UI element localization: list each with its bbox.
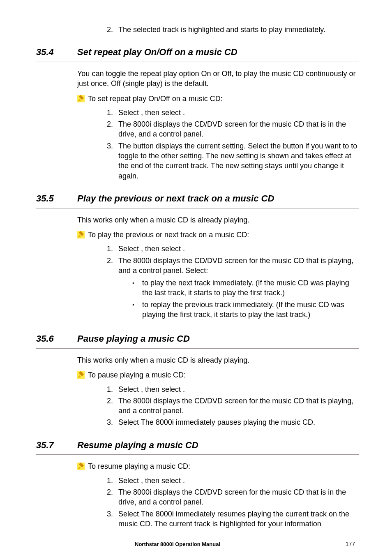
step-text: Select The 8000i immediately resumes pla… [118,509,359,529]
bullet-icon: ▪ [132,300,142,320]
list-item: 3.Select The 8000i immediately pauses pl… [107,417,359,427]
task-text: To pause playing a music CD: [88,370,186,380]
section-heading-35-6: 35.6 Pause playing a music CD [36,333,359,345]
step-number: 2. [107,256,118,322]
step-text-content: The 8000i displays the CD/DVD screen for… [118,257,353,275]
step-number: 1. [107,108,118,118]
list-item: ▪ to replay the previous track immediate… [132,300,359,320]
sub-bullet-list: ▪ to play the next track immediately. (I… [118,278,359,319]
section-title: Set repeat play On/Off on a music CD [77,46,238,58]
footer-page-number: 177 [346,540,355,548]
section-divider [36,348,359,349]
step-number: 1. [107,476,118,486]
intro-step-list: 2. The selected track is highlighted and… [107,25,359,35]
section-title: Play the previous or next track on a mus… [77,192,274,205]
pencil-icon [77,371,85,379]
task-text: To resume playing a music CD: [88,461,190,471]
step-number: 2. [107,119,118,139]
pencil-icon [77,95,85,102]
section-title: Resume playing a music CD [77,439,198,451]
step-text: The 8000i displays the CD/DVD screen for… [118,396,359,416]
list-item: 3.The button displays the current settin… [107,141,359,181]
task-row: To play the previous or next track on a … [77,230,359,240]
step-number: 1. [107,244,118,254]
task-text: To play the previous or next track on a … [88,230,249,240]
step-text: Select , then select . [118,476,359,486]
section-heading-35-4: 35.4 Set repeat play On/Off on a music C… [36,46,359,58]
bullet-text: to play the next track immediately. (If … [142,278,359,298]
step-number: 1. [107,384,118,394]
step-text: The button displays the current setting.… [118,141,359,181]
list-item: 1.Select , then select . [107,108,359,118]
section-divider [36,208,359,208]
step-text: Select , then select . [118,384,359,394]
list-item: 2.The 8000i displays the CD/DVD screen f… [107,119,359,139]
section-divider [36,454,359,455]
pencil-icon [77,231,85,238]
step-number: 3. [107,141,118,181]
section-intro: This works only when a music CD is alrea… [77,215,359,225]
section-number: 35.5 [36,192,77,205]
step-number: 3. [107,417,118,427]
page-footer: Northstar 8000i Operation Manual 177 [36,540,359,548]
section-355-steps: 1.Select , then select . 2. The 8000i di… [107,244,359,321]
section-intro: You can toggle the repeat play option On… [77,69,359,89]
task-row: To set repeat play On/Off on a music CD: [77,94,359,104]
list-item: 1.Select , then select . [107,476,359,486]
section-number: 35.6 [36,333,77,345]
list-item: 2. The selected track is highlighted and… [107,25,359,35]
footer-title: Northstar 8000i Operation Manual [135,541,220,548]
step-text: The selected track is highlighted and st… [118,25,359,35]
list-item: 2. The 8000i displays the CD/DVD screen … [107,256,359,322]
step-text: The 8000i displays the CD/DVD screen for… [118,487,359,507]
list-item: 2.The 8000i displays the CD/DVD screen f… [107,487,359,507]
bullet-text: to replay the previous track immediately… [142,300,359,320]
step-number: 2. [107,25,118,35]
step-text: The 8000i displays the CD/DVD screen for… [118,119,359,139]
step-text: Select , then select . [118,108,359,118]
list-item: 1.Select , then select . [107,384,359,394]
section-354-steps: 1.Select , then select . 2.The 8000i dis… [107,108,359,181]
step-text: Select , then select . [118,244,359,254]
step-text: The 8000i displays the CD/DVD screen for… [118,256,359,322]
section-number: 35.4 [36,46,77,58]
step-number: 2. [107,487,118,507]
section-357-steps: 1.Select , then select . 2.The 8000i dis… [107,476,359,529]
task-row: To resume playing a music CD: [77,461,359,471]
list-item: 2.The 8000i displays the CD/DVD screen f… [107,396,359,416]
section-title: Pause playing a music CD [77,333,190,345]
step-number: 3. [107,509,118,529]
step-number: 2. [107,396,118,416]
pencil-icon [77,463,85,470]
list-item: ▪ to play the next track immediately. (I… [132,278,359,298]
section-number: 35.7 [36,439,77,451]
section-heading-35-5: 35.5 Play the previous or next track on … [36,192,359,205]
section-intro: This works only when a music CD is alrea… [77,355,359,365]
step-text: Select The 8000i immediately pauses play… [118,417,359,427]
bullet-icon: ▪ [132,278,142,298]
section-divider [36,62,359,62]
section-356-steps: 1.Select , then select . 2.The 8000i dis… [107,384,359,428]
section-heading-35-7: 35.7 Resume playing a music CD [36,439,359,451]
list-item: 1.Select , then select . [107,244,359,254]
list-item: 3.Select The 8000i immediately resumes p… [107,509,359,529]
task-text: To set repeat play On/Off on a music CD: [88,94,223,104]
task-row: To pause playing a music CD: [77,370,359,380]
